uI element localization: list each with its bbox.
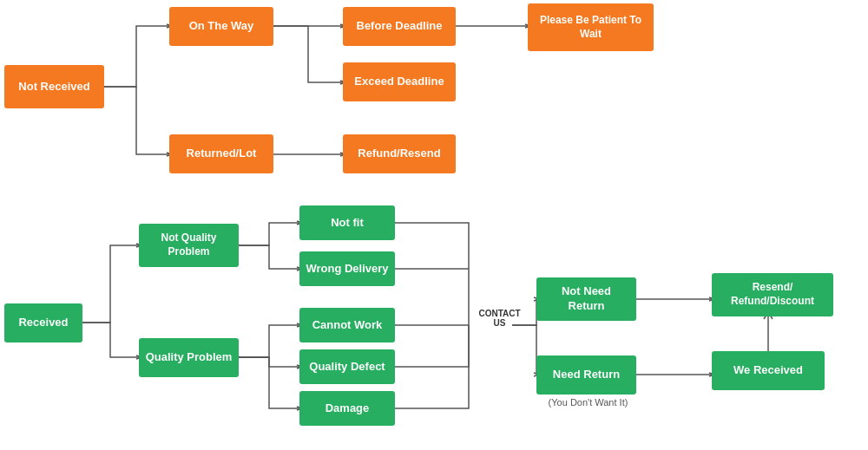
quality-defect-box: Quality Defect: [299, 349, 395, 384]
not-received-box: Not Received: [4, 65, 104, 108]
contact-us-label: CONTACT US: [476, 309, 523, 328]
you-dont-want-it-label: (You Don't Want It): [525, 397, 651, 408]
not-need-return-box: Not NeedReturn: [536, 277, 636, 321]
cannot-work-box: Cannot Work: [299, 308, 395, 342]
not-fit-box: Not fit: [299, 205, 395, 240]
flowchart-diagram: Not Received On The Way Returned/Lot Bef…: [0, 0, 868, 450]
we-received-box: We Received: [712, 351, 825, 390]
on-the-way-box: On The Way: [169, 7, 273, 46]
quality-problem-box: Quality Problem: [139, 338, 239, 377]
exceed-deadline-box: Exceed Deadline: [343, 62, 456, 101]
received-box: Received: [4, 303, 82, 342]
resend-refund-discount-box: Resend/Refund/Discount: [712, 273, 833, 316]
please-be-patient-box: Please Be Patient To Wait: [528, 3, 654, 51]
before-deadline-box: Before Deadline: [343, 7, 456, 46]
refund-resend-top-box: Refund/Resend: [343, 134, 456, 173]
not-quality-problem-box: Not QualityProblem: [139, 224, 239, 267]
damage-box: Damage: [299, 391, 395, 426]
returned-lot-box: Returned/Lot: [169, 134, 273, 173]
wrong-delivery-box: Wrong Delivery: [299, 251, 395, 286]
need-return-box: Need Return: [536, 355, 636, 395]
